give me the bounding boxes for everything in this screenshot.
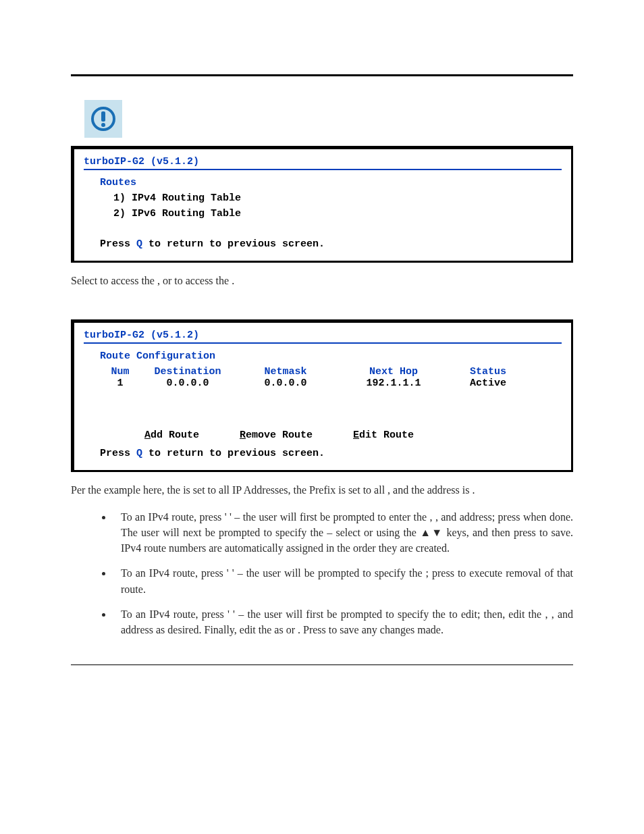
cap1-b: to access the: [100, 275, 157, 286]
bullet-list: To an IPv4 route, press ' ' – the user w…: [71, 509, 573, 637]
screen1-divider: [84, 169, 562, 170]
p2a: Per the example here, the: [71, 484, 183, 496]
screen2-title: turboIP-G2 (v5.1.2): [84, 330, 562, 341]
b1f: address; press: [460, 511, 523, 523]
b2d: ; press: [426, 567, 458, 579]
edit-u: E: [353, 429, 359, 441]
edit-route-cmd: Edit Route: [353, 429, 414, 441]
paragraph-2: Per the example here, the is set to all …: [71, 483, 573, 498]
b3f: , and: [552, 608, 573, 620]
th-num: Num: [100, 366, 140, 377]
b3k: to save any changes made.: [329, 624, 444, 635]
th-hop: Next Hop: [336, 366, 451, 377]
b3d: to edit; then, edit the: [449, 608, 545, 620]
b1h: – select: [327, 527, 364, 538]
footer2-post: to return to previous screen.: [142, 448, 325, 459]
command-row: Add Route Remove Route Edit Route: [144, 429, 562, 441]
header-rule: [71, 74, 573, 76]
th-status: Status: [451, 366, 525, 377]
table-header-row: Num Destination Netmask Next Hop Status: [100, 366, 562, 377]
screen2-section: Route Configuration: [100, 350, 562, 362]
p2d: address is: [427, 484, 473, 496]
list-item: To an IPv4 route, press ' ' – the user w…: [113, 565, 573, 596]
b1b: an IPv4 route, press ': [135, 511, 230, 523]
table-row: 1 0.0.0.0 0.0.0.0 192.1.1.1 Active: [100, 377, 562, 389]
cell-status: Active: [451, 377, 525, 389]
b1j: using the: [377, 527, 421, 538]
svg-rect-1: [101, 111, 105, 122]
b3c: ' – the user will first be prompted to s…: [233, 608, 449, 620]
footer2-key: Q: [136, 448, 142, 459]
b1k: keys, and then press: [446, 527, 539, 538]
footer2-pre: Press: [100, 448, 136, 459]
b2c: ' – the user will be prompted to specify…: [232, 567, 426, 579]
screen2-footer: Press Q to return to previous screen.: [100, 448, 562, 459]
b3a: To: [121, 608, 136, 620]
caption-1: Select to access the , or to access the …: [71, 273, 573, 288]
cap1-c: , or: [157, 275, 174, 286]
screen1-title: turboIP-G2 (v5.1.2): [84, 156, 562, 167]
add-route-cmd: Add Route: [144, 429, 199, 441]
b1i: or: [364, 527, 377, 538]
route-config-screen: turboIP-G2 (v5.1.2) Route Configuration …: [71, 319, 573, 472]
routes-menu-screen: turboIP-G2 (v5.1.2) Routes 1) IPv4 Routi…: [71, 146, 573, 263]
remove-route-cmd: Remove Route: [240, 429, 313, 441]
footer-rule: [71, 664, 573, 665]
b3g: address as desired. Finally, edit the: [121, 624, 274, 635]
alert-icon: [84, 100, 122, 138]
b2a: To: [121, 567, 136, 579]
b1c: ' – the user will first be prompted to e…: [230, 511, 429, 523]
menu-item-ipv4: 1) IPv4 Routing Table: [113, 192, 562, 204]
b3b: an IPv4 route, press ': [136, 608, 233, 620]
rem-r: emove Route: [246, 429, 313, 441]
th-mask: Netmask: [235, 366, 336, 377]
cell-dest: 0.0.0.0: [140, 377, 235, 389]
b3e: ,: [545, 608, 551, 620]
rem-u: R: [240, 429, 246, 441]
b1d: ,: [429, 511, 435, 523]
cell-mask: 0.0.0.0: [235, 377, 336, 389]
b1a: To: [121, 511, 135, 523]
cap1-e: .: [232, 275, 234, 286]
cell-num: 1: [100, 377, 140, 389]
th-dest: Destination: [140, 366, 235, 377]
screen1-footer: Press Q to return to previous screen.: [100, 238, 562, 250]
b2b: an IPv4 route, press ': [136, 567, 232, 579]
p2b: is set to all IP Addresses, the Prefix i…: [183, 484, 387, 496]
screen1-section: Routes: [100, 177, 562, 188]
footer-post: to return to previous screen.: [142, 238, 325, 250]
b3i: or: [286, 624, 298, 635]
list-item: To an IPv4 route, press ' ' – the user w…: [113, 509, 573, 556]
arrows-icon: ▲▼: [420, 527, 443, 538]
cap1-d: to access the: [174, 275, 232, 286]
add-u: A: [144, 429, 151, 441]
footer-key: Q: [136, 238, 142, 250]
add-r: dd Route: [151, 429, 199, 441]
svg-point-2: [101, 123, 105, 127]
b3h: as: [274, 624, 286, 635]
p2c: , and the: [387, 484, 427, 496]
b3j: . Press: [298, 624, 329, 635]
cap1-a: Select: [71, 275, 100, 286]
b1e: , and: [435, 511, 460, 523]
edit-r: dit Route: [359, 429, 414, 441]
footer-pre: Press: [100, 238, 136, 250]
cell-hop: 192.1.1.1: [336, 377, 451, 389]
p2e: .: [472, 484, 475, 496]
screen2-divider: [84, 342, 562, 344]
list-item: To an IPv4 route, press ' ' – the user w…: [113, 606, 573, 637]
menu-item-ipv6: 2) IPv6 Routing Table: [113, 208, 562, 219]
